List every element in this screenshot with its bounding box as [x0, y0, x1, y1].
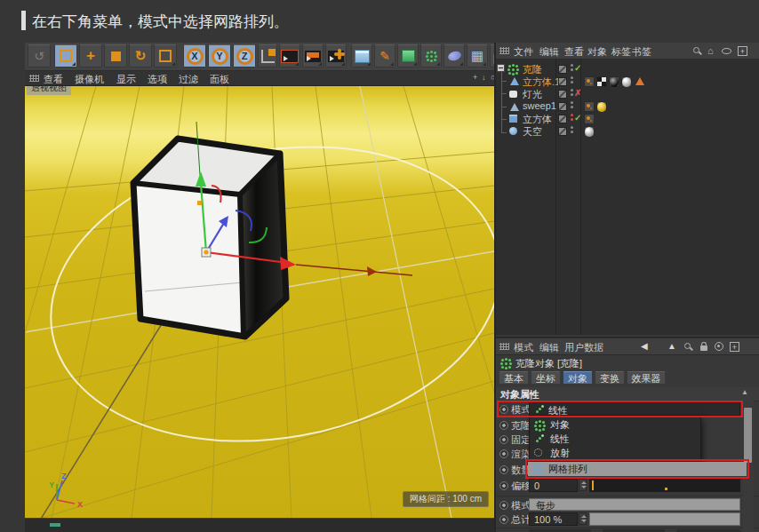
- object-label[interactable]: 克隆: [523, 63, 542, 76]
- menu-display[interactable]: 显示: [116, 73, 136, 86]
- object-label[interactable]: sweep1: [523, 100, 556, 111]
- lock-z-icon[interactable]: Z: [233, 44, 256, 67]
- lock-y-icon[interactable]: Y: [208, 44, 231, 67]
- target-icon[interactable]: [715, 342, 723, 351]
- tab-object[interactable]: 对象: [563, 371, 593, 385]
- expand-toggle[interactable]: [497, 64, 505, 72]
- am-menu-userdata[interactable]: 用户数据: [564, 341, 603, 354]
- tab-coordinates[interactable]: 坐标: [531, 371, 561, 385]
- menu-options[interactable]: 选项: [148, 73, 167, 86]
- scale-icon[interactable]: [104, 44, 127, 67]
- object-label[interactable]: 灯光: [523, 88, 542, 101]
- om-menu-objects[interactable]: 对象: [587, 45, 607, 59]
- coordinate-system-icon[interactable]: [258, 44, 277, 67]
- deformers-icon[interactable]: [443, 44, 465, 67]
- visibility-dots[interactable]: [571, 101, 573, 104]
- keyframe-dot[interactable]: [499, 465, 508, 474]
- enabled-check[interactable]: ✓: [574, 63, 581, 73]
- move-icon[interactable]: +: [79, 44, 102, 67]
- step-mode-dropdown[interactable]: 每步: [529, 498, 740, 511]
- tab-basic[interactable]: 基本: [499, 371, 529, 385]
- object-label[interactable]: 天空: [523, 125, 542, 139]
- material-tag-gray[interactable]: [584, 126, 595, 137]
- offset-slider[interactable]: [589, 479, 740, 492]
- layer-chip[interactable]: [558, 90, 567, 99]
- scrollbar-thumb[interactable]: [744, 408, 752, 463]
- tab-effectors[interactable]: 效果器: [627, 371, 666, 385]
- spline-pen-icon[interactable]: ✎: [374, 44, 395, 67]
- rotate-icon[interactable]: ↻: [129, 44, 152, 67]
- material-tag-black[interactable]: [609, 76, 619, 87]
- search-icon[interactable]: [684, 343, 691, 349]
- visibility-dots[interactable]: [571, 64, 573, 67]
- dropdown-item-linear[interactable]: 线性: [530, 432, 700, 446]
- visibility-dots[interactable]: [571, 126, 573, 129]
- am-menu-edit[interactable]: 编辑: [539, 341, 559, 354]
- keyframe-dot[interactable]: [499, 481, 508, 490]
- dropdown-item-object[interactable]: 对象: [530, 417, 700, 432]
- instance-tag[interactable]: [584, 101, 595, 112]
- dropdown-item-radial[interactable]: 放射: [530, 446, 700, 460]
- visibility-dots[interactable]: [571, 114, 573, 116]
- layer-chip[interactable]: [558, 65, 567, 74]
- tab-transform[interactable]: 变换: [595, 371, 625, 385]
- mode-keyframe-dot[interactable]: [499, 405, 508, 414]
- panel-grip-icon[interactable]: [29, 75, 39, 82]
- live-selection-icon[interactable]: [54, 44, 77, 67]
- filter-icon[interactable]: [722, 48, 731, 54]
- phong-tag[interactable]: [635, 77, 644, 85]
- primitive-cube-icon[interactable]: [351, 44, 372, 67]
- menu-filter[interactable]: 过滤: [179, 73, 198, 86]
- timeline-marker[interactable]: [50, 523, 60, 527]
- total-input[interactable]: 100 %: [529, 512, 578, 526]
- keyframe-dot[interactable]: [499, 421, 508, 430]
- disabled-cross[interactable]: ✗: [574, 88, 581, 98]
- menu-view[interactable]: 查看: [44, 73, 63, 86]
- modifiers-icon[interactable]: [420, 44, 442, 67]
- layer-chip[interactable]: [558, 127, 567, 136]
- section-header[interactable]: 对象属性 ▲: [496, 387, 759, 401]
- render-settings-icon[interactable]: [325, 44, 347, 67]
- environment-icon[interactable]: ▦: [467, 44, 488, 67]
- scroll-up-icon[interactable]: ▲: [741, 388, 748, 396]
- texture-tag[interactable]: [596, 76, 607, 87]
- mode-dropdown[interactable]: 线性: [529, 402, 740, 416]
- generators-icon[interactable]: [397, 44, 419, 67]
- om-menu-view[interactable]: 查看: [564, 45, 584, 59]
- keyframe-dot[interactable]: [499, 515, 508, 524]
- visibility-dots[interactable]: [571, 89, 573, 91]
- object-label[interactable]: 立方体: [523, 113, 552, 126]
- search-icon[interactable]: [693, 47, 699, 53]
- object-label[interactable]: 立方体.1: [523, 75, 560, 89]
- back-icon[interactable]: ◀: [641, 341, 648, 351]
- add-panel-icon[interactable]: +: [738, 46, 747, 56]
- dropdown-item-grid-array[interactable]: 网格排列: [528, 462, 747, 476]
- zoom-view-icon[interactable]: ↓: [482, 73, 486, 82]
- enabled-check[interactable]: ✓: [574, 113, 581, 123]
- offset-input[interactable]: 0: [529, 479, 578, 492]
- keyframe-dot[interactable]: [499, 449, 508, 458]
- om-menu-bookmarks[interactable]: 书签: [632, 45, 651, 59]
- layer-chip[interactable]: [558, 102, 567, 111]
- add-panel-icon[interactable]: +: [730, 342, 739, 352]
- menu-panel[interactable]: 面板: [210, 73, 229, 86]
- layer-chip[interactable]: [558, 77, 567, 86]
- render-view-icon[interactable]: [279, 44, 300, 67]
- pan-view-icon[interactable]: +: [473, 73, 477, 82]
- om-menu-file[interactable]: 文件: [514, 45, 533, 59]
- material-tag-yellow[interactable]: [596, 101, 607, 112]
- up-icon[interactable]: ▲: [667, 341, 676, 351]
- visibility-dots[interactable]: [571, 76, 573, 79]
- om-menu-edit[interactable]: 编辑: [539, 45, 559, 59]
- viewport-canvas[interactable]: Z Y X: [25, 86, 494, 518]
- layer-chip[interactable]: [558, 115, 567, 123]
- panel-grip-icon[interactable]: [499, 343, 509, 350]
- material-tag-white[interactable]: [621, 76, 632, 87]
- om-menu-tags[interactable]: 标签: [611, 45, 631, 59]
- menu-camera[interactable]: 摄像机: [75, 73, 104, 86]
- lock-x-icon[interactable]: X: [183, 44, 206, 67]
- instance-tag[interactable]: [584, 76, 595, 87]
- rect-selection-icon[interactable]: [154, 44, 177, 67]
- lock-icon[interactable]: [700, 345, 707, 351]
- viewport-3d[interactable]: Z Y X 透视视图 网格间距 : 100 cm: [25, 86, 494, 518]
